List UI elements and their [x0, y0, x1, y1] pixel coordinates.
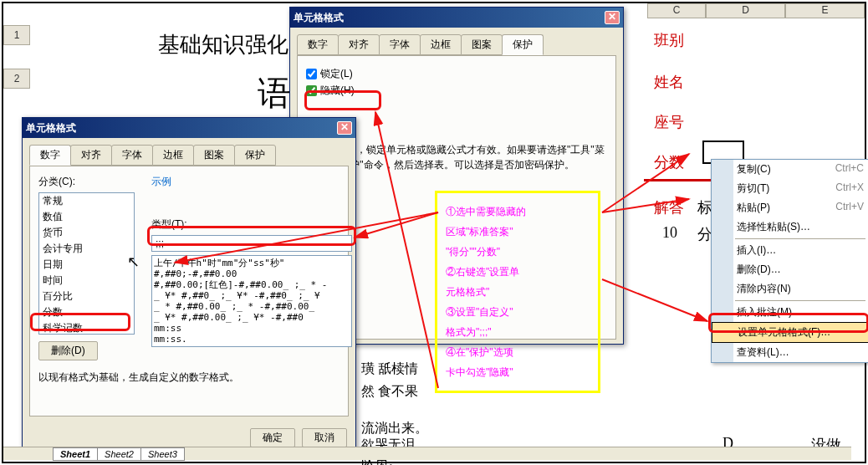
tab-border-2[interactable]: 边框	[420, 34, 462, 55]
category-label: 分类(C):	[38, 175, 135, 189]
dialog2-close-button[interactable]: ✕	[605, 11, 620, 24]
category-item[interactable]: 时间	[39, 273, 134, 289]
delete-format-button[interactable]: 删除(D)	[38, 341, 98, 360]
sheet-tab-bar[interactable]: Sheet1 Sheet2 Sheet3	[3, 447, 851, 460]
sample-label: 示例	[151, 175, 352, 189]
category-item[interactable]: 数值	[39, 209, 134, 225]
menu-insert-comment[interactable]: 插入批注(M)	[712, 303, 868, 322]
cell-xingming: 姓名	[654, 72, 684, 92]
tab-pattern-2[interactable]: 图案	[461, 34, 503, 55]
cell-zuohao: 座号	[654, 112, 684, 132]
dialog1-title: 单元格格式	[26, 121, 76, 135]
category-item[interactable]: 货币	[39, 225, 134, 241]
col-header-d[interactable]: D	[706, 3, 785, 18]
col-header-e[interactable]: E	[785, 3, 865, 18]
checkbox-lock[interactable]: 锁定(L)	[306, 67, 607, 81]
tab-number[interactable]: 数字	[29, 145, 71, 166]
tab-number-2[interactable]: 数字	[297, 34, 339, 55]
category-item[interactable]: 会计专用	[39, 241, 134, 257]
ok-button[interactable]: 确定	[250, 428, 295, 447]
menu-lookup[interactable]: 查资料(L)…	[712, 343, 868, 362]
sheet-tab-2[interactable]: Sheet2	[97, 447, 141, 461]
category-item[interactable]: 分数	[39, 304, 134, 320]
menu-paste[interactable]: 粘贴(P)Ctrl+V	[712, 198, 868, 217]
dialog2-titlebar[interactable]: 单元格格式 ✕	[290, 8, 623, 28]
dialog2-title: 单元格格式	[294, 11, 344, 25]
doc-title: 基础知识强化	[158, 30, 288, 59]
format-note: 以现有格式为基础，生成自定义的数字格式。	[38, 370, 340, 385]
cursor-icon: ↖	[127, 253, 140, 271]
menu-clear[interactable]: 清除内容(N)	[712, 279, 868, 299]
tab-pattern[interactable]: 图案	[193, 145, 235, 166]
category-listbox[interactable]: 常规数值货币会计专用日期时间百分比分数科学记数文本特殊自定义	[38, 192, 135, 335]
cell-jieda: 解答	[654, 197, 684, 217]
cancel-button[interactable]: 取消	[302, 428, 347, 447]
category-item[interactable]: 百分比	[39, 289, 134, 304]
menu-paste-special[interactable]: 选择性粘贴(S)…	[712, 217, 868, 237]
dialog1-titlebar[interactable]: 单元格格式 ✕	[23, 118, 355, 138]
type-label: 类型(T):	[151, 217, 352, 232]
cell-ten: 10	[662, 224, 677, 242]
format-listbox[interactable]: 上午/下午h"时"mm"分"ss"秒" #,##0;-#,##0.00 #,##…	[151, 255, 352, 347]
sheet-tab-3[interactable]: Sheet3	[140, 447, 185, 461]
dialog1-close-button[interactable]: ✕	[337, 121, 352, 135]
dialog-cell-format-number: 单元格格式 ✕ 数字 对齐 字体 边框 图案 保护 分类(C): 常规数值货币会…	[22, 117, 356, 455]
tab-font[interactable]: 字体	[111, 145, 153, 166]
row-header-2[interactable]: 2	[3, 69, 30, 89]
category-item[interactable]: 日期	[39, 257, 134, 273]
category-item[interactable]: 科学记数	[39, 320, 134, 335]
type-input[interactable]	[151, 235, 352, 252]
menu-insert[interactable]: 插入(I)…	[712, 241, 868, 260]
poem-line-3: 流淌出来。	[361, 420, 428, 437]
tab-protect[interactable]: 保护	[234, 145, 276, 166]
menu-format-cells[interactable]: 设置单元格格式(F)…	[712, 322, 868, 343]
col-header-c[interactable]: C	[647, 3, 706, 18]
context-menu: 复制(C)Ctrl+C 剪切(T)Ctrl+X 粘贴(P)Ctrl+V 选择性粘…	[711, 159, 868, 363]
category-item[interactable]: 常规	[39, 193, 134, 209]
menu-delete[interactable]: 删除(D)…	[712, 260, 868, 279]
annotation-instructions: ①选中需要隐藏的区域"标准答案""得分""分数" ②右键选"设置单元格格式" ③…	[435, 191, 600, 393]
tab-align-2[interactable]: 对齐	[338, 34, 380, 55]
tab-font-2[interactable]: 字体	[379, 34, 421, 55]
cell-banbie: 班别	[654, 30, 684, 50]
tab-border[interactable]: 边框	[152, 145, 194, 166]
poem-line-2: 然 食不果	[361, 383, 418, 401]
sheet-tab-1[interactable]: Sheet1	[53, 447, 98, 461]
cell-fenshu: 分数	[654, 152, 684, 172]
poem-line-1: 璜 舐椟情	[361, 360, 418, 378]
doc-subtitle: 语	[258, 70, 291, 116]
tab-protect-2[interactable]: 保护	[502, 34, 544, 55]
row-header-1[interactable]: 1	[3, 25, 30, 45]
tab-align[interactable]: 对齐	[70, 145, 112, 166]
menu-copy[interactable]: 复制(C)Ctrl+C	[712, 160, 868, 179]
menu-cut[interactable]: 剪切(T)Ctrl+X	[712, 179, 868, 198]
checkbox-hide[interactable]: 隐藏(H)	[306, 84, 607, 98]
